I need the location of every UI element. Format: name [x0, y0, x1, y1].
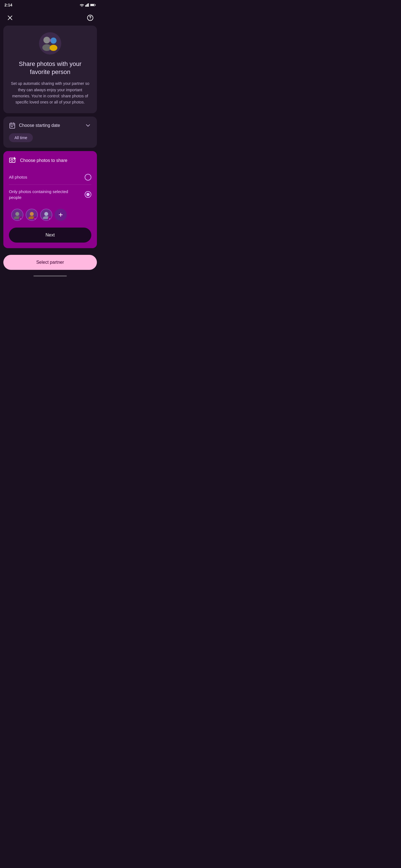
status-icons — [80, 3, 96, 7]
svg-rect-6 — [90, 4, 94, 6]
svg-rect-5 — [95, 4, 95, 6]
photos-header-left: Choose photos to share — [9, 157, 67, 164]
select-partner-button[interactable]: Select partner — [3, 255, 97, 270]
person-1-check — [19, 216, 23, 221]
svg-point-24 — [44, 212, 48, 216]
svg-point-8 — [90, 19, 90, 20]
person-3-check — [48, 216, 52, 221]
close-button[interactable] — [4, 12, 16, 23]
add-photo-icon — [9, 157, 17, 164]
signal-icon — [85, 3, 89, 7]
wifi-icon — [80, 3, 84, 7]
hero-section: Share photos with your favorite person S… — [3, 26, 97, 113]
person-avatar-3[interactable] — [40, 209, 52, 221]
date-section-header[interactable]: Choose starting date — [9, 122, 91, 129]
photos-section-header: Choose photos to share — [9, 157, 91, 164]
help-icon — [87, 14, 93, 21]
hero-avatar — [39, 32, 61, 55]
date-header-left: Choose starting date — [9, 122, 60, 129]
people-row — [9, 209, 91, 221]
all-photos-radio[interactable] — [85, 174, 91, 181]
check-icon-1 — [20, 217, 23, 220]
svg-rect-2 — [87, 4, 88, 7]
bottom-bar — [0, 273, 100, 281]
hero-description: Set up automatic sharing with your partn… — [9, 81, 91, 105]
all-photos-label: All photos — [9, 174, 85, 180]
top-navigation — [0, 10, 100, 26]
svg-point-14 — [49, 39, 52, 42]
next-button[interactable]: Next — [9, 227, 91, 243]
svg-point-19 — [11, 159, 13, 161]
photos-section-title: Choose photos to share — [20, 158, 67, 163]
svg-point-20 — [15, 212, 19, 216]
help-button[interactable] — [85, 12, 96, 23]
check-icon-2 — [34, 217, 37, 220]
svg-rect-1 — [86, 4, 87, 7]
selected-people-radio[interactable] — [85, 191, 91, 198]
svg-rect-16 — [11, 126, 12, 127]
close-icon — [7, 14, 13, 21]
svg-rect-0 — [85, 5, 86, 7]
status-bar: 2:14 — [0, 0, 100, 10]
photos-section: Choose photos to share All photos Only p… — [3, 151, 97, 248]
selected-people-option[interactable]: Only photos containing selected people — [9, 185, 91, 204]
chevron-down-icon — [85, 122, 91, 129]
check-icon-3 — [49, 217, 52, 220]
battery-icon — [90, 3, 96, 7]
partner-sharing-illustration — [39, 32, 61, 55]
svg-point-9 — [39, 32, 61, 55]
svg-rect-15 — [10, 123, 15, 128]
svg-rect-3 — [88, 3, 89, 7]
hero-title: Share photos with your favorite person — [9, 60, 91, 76]
person-2-check — [33, 216, 38, 221]
add-person-button[interactable] — [55, 209, 67, 221]
calendar-icon — [9, 122, 16, 129]
date-section: Choose starting date All time — [3, 117, 97, 148]
plus-icon — [58, 212, 63, 218]
all-time-chip[interactable]: All time — [9, 133, 33, 142]
svg-rect-17 — [12, 126, 13, 127]
all-photos-option[interactable]: All photos — [9, 170, 91, 184]
status-time: 2:14 — [4, 3, 12, 7]
home-indicator — [33, 275, 67, 277]
person-avatar-2[interactable] — [26, 209, 38, 221]
date-section-title: Choose starting date — [19, 123, 60, 128]
selected-people-label: Only photos containing selected people — [9, 189, 85, 200]
person-avatar-1[interactable] — [11, 209, 23, 221]
svg-point-13 — [50, 45, 57, 51]
svg-point-22 — [30, 212, 34, 216]
